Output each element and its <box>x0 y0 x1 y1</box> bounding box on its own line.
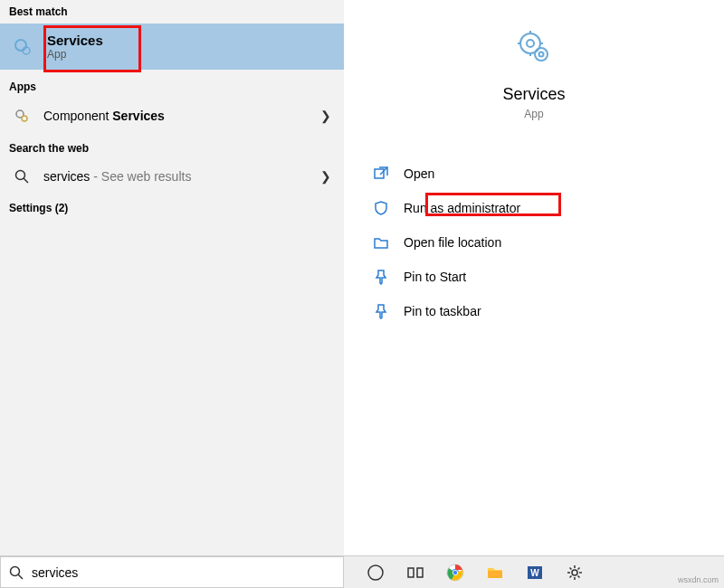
app-title: Services <box>502 85 565 104</box>
open-icon <box>371 164 391 184</box>
taskbar: W <box>0 555 724 588</box>
web-search-result[interactable]: services - See web results ❯ <box>0 160 344 193</box>
pin-to-taskbar-label: Pin to taskbar <box>404 304 481 318</box>
task-view-icon[interactable] <box>405 563 425 583</box>
best-match-result[interactable]: Services App <box>0 24 344 70</box>
search-input[interactable] <box>32 565 343 580</box>
svg-rect-18 <box>408 568 414 577</box>
word-icon[interactable]: W <box>525 563 545 583</box>
best-match-header: Best match <box>0 0 344 24</box>
run-as-admin-action[interactable]: Run as administrator <box>371 191 724 225</box>
pin-icon <box>371 301 391 321</box>
chevron-right-icon: ❯ <box>320 109 331 123</box>
component-services-label: Component Services <box>43 109 320 123</box>
taskbar-search[interactable] <box>0 556 344 588</box>
open-file-location-action[interactable]: Open file location <box>371 225 724 260</box>
file-explorer-icon[interactable] <box>485 563 505 583</box>
details-panel: Services App Open Run as administrator <box>344 0 724 555</box>
svg-point-17 <box>368 565 383 580</box>
search-results-panel: Best match Services App Apps Component S… <box>0 0 344 555</box>
svg-rect-19 <box>417 568 423 577</box>
chevron-right-icon: ❯ <box>320 169 331 184</box>
open-action[interactable]: Open <box>371 156 724 191</box>
svg-text:W: W <box>530 568 539 578</box>
chrome-icon[interactable] <box>445 563 465 583</box>
component-services-icon <box>11 108 33 124</box>
svg-point-7 <box>527 40 534 47</box>
svg-rect-24 <box>488 571 502 578</box>
cortana-icon[interactable] <box>366 563 386 583</box>
open-file-location-label: Open file location <box>404 235 501 250</box>
pin-icon <box>371 267 391 287</box>
run-as-admin-label: Run as administrator <box>404 201 520 215</box>
app-subtitle: App <box>524 108 543 120</box>
best-match-subtitle: App <box>47 48 103 61</box>
web-search-label: services - See web results <box>43 169 320 184</box>
search-web-header: Search the web <box>0 137 344 160</box>
open-label: Open <box>404 166 434 181</box>
services-gear-icon <box>512 25 556 69</box>
svg-line-5 <box>24 178 28 183</box>
svg-point-27 <box>572 570 577 575</box>
svg-point-9 <box>539 52 544 57</box>
svg-point-0 <box>15 40 26 51</box>
svg-point-3 <box>22 116 27 121</box>
svg-point-8 <box>535 48 548 61</box>
pin-to-taskbar-action[interactable]: Pin to taskbar <box>371 294 724 328</box>
pin-to-start-label: Pin to Start <box>404 270 466 284</box>
watermark: wsxdn.com <box>678 575 719 584</box>
search-icon <box>11 169 33 184</box>
svg-line-16 <box>18 574 23 579</box>
best-match-title: Services <box>47 33 103 48</box>
actions-list: Open Run as administrator Open file loca… <box>344 156 724 328</box>
component-services-result[interactable]: Component Services ❯ <box>0 99 344 133</box>
services-gear-icon <box>11 35 34 59</box>
search-icon <box>1 565 32 580</box>
settings-header: Settings (2) <box>0 196 344 220</box>
settings-gear-icon[interactable] <box>565 563 585 583</box>
pin-to-start-action[interactable]: Pin to Start <box>371 260 724 294</box>
svg-rect-14 <box>375 169 384 178</box>
shield-icon <box>371 198 391 218</box>
folder-icon <box>371 232 391 252</box>
apps-header: Apps <box>0 75 344 99</box>
svg-point-23 <box>453 570 457 574</box>
